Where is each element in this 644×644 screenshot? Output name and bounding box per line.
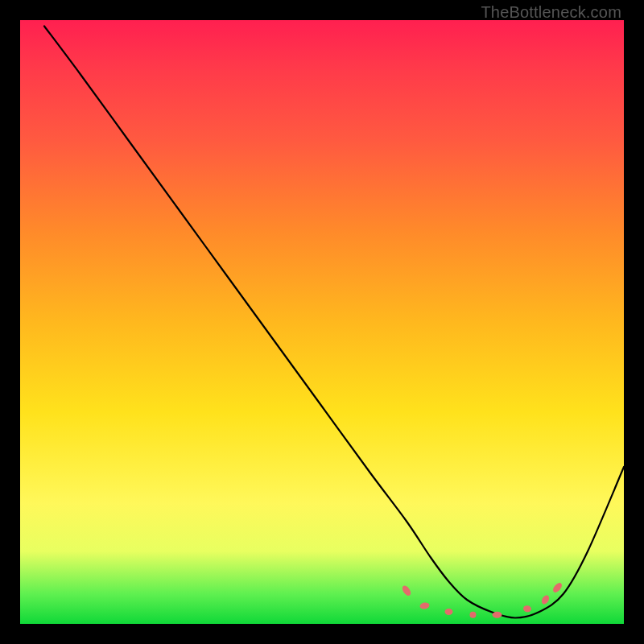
marker-dot [493, 612, 502, 618]
attribution-text: TheBottleneck.com [481, 3, 621, 22]
marker-dot [445, 609, 453, 615]
marker-dot [522, 605, 531, 613]
chart-frame [20, 20, 624, 624]
chart-overlay [20, 20, 624, 624]
marker-dot [419, 602, 430, 610]
bottleneck-curve [44, 27, 624, 618]
marker-dot [551, 581, 564, 594]
marker-dot [401, 584, 413, 597]
marker-dot [470, 612, 477, 618]
marker-dot [540, 594, 551, 605]
